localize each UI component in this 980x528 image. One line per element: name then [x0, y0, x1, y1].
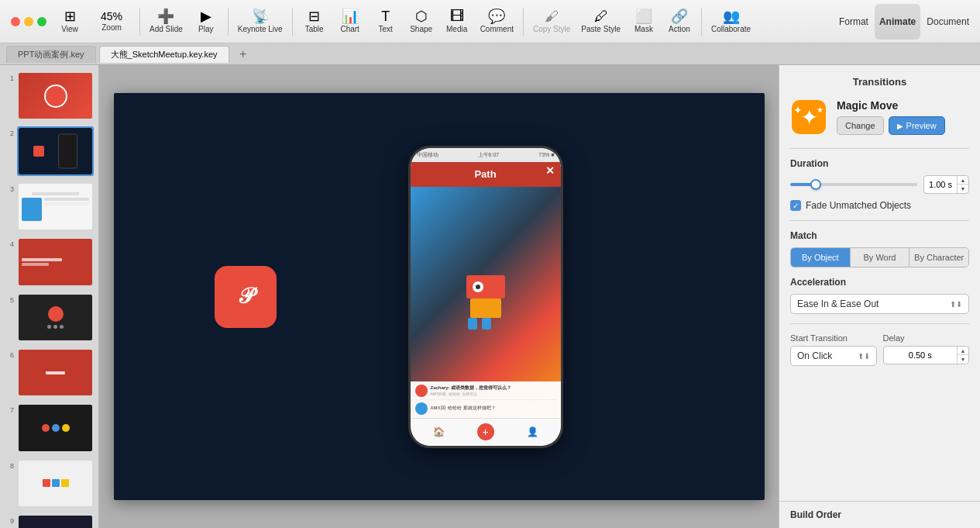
- phone-status: 中国移动 上午6:07 73% ■: [411, 148, 561, 162]
- slide-thumb-1[interactable]: 1: [3, 70, 95, 122]
- shape-label: Shape: [410, 25, 432, 33]
- change-button[interactable]: Change: [837, 116, 884, 135]
- magic-info: Magic Move Change ▶ Preview: [837, 99, 969, 135]
- phone-image-area: Zachary: 成语类数据，您觉得可以么？ AMY回复: 哈哈哈 当然可以 A…: [411, 187, 561, 418]
- play-button[interactable]: ▶ Play: [189, 4, 223, 40]
- add-slide-icon: ➕: [157, 9, 174, 23]
- zoom-button[interactable]: 45% Zoom: [88, 4, 135, 40]
- table-label: Table: [305, 25, 324, 33]
- comment-icon: 💬: [488, 9, 505, 23]
- duration-value: 1.00 s: [924, 180, 957, 189]
- duration-slider[interactable]: [790, 183, 917, 186]
- phone-bottom-nav: 🏠 + 👤: [411, 418, 561, 446]
- close-btn[interactable]: [11, 17, 20, 26]
- collaborate-icon: 👥: [723, 9, 740, 23]
- red-logo: 𝒫: [215, 266, 277, 328]
- minimize-btn[interactable]: [24, 17, 33, 26]
- transitions-title: Transitions: [790, 76, 969, 88]
- shape-icon: ⬡: [415, 9, 428, 23]
- document-button[interactable]: Document: [922, 4, 974, 40]
- start-delay-row: Start Transition On Click ⬆⬇ Delay 0.50 …: [790, 333, 969, 366]
- animate-button[interactable]: Animate: [875, 4, 920, 40]
- acceleration-label: Acceleration: [790, 277, 969, 288]
- magic-buttons: Change ▶ Preview: [837, 116, 969, 135]
- view-button[interactable]: ⊞ View: [53, 4, 87, 40]
- shape-button[interactable]: ⬡ Shape: [404, 4, 438, 40]
- slider-thumb[interactable]: [810, 179, 821, 190]
- slide-thumb-6[interactable]: 6: [3, 347, 95, 399]
- fade-checkbox[interactable]: ✓: [790, 200, 801, 211]
- mask-icon: ⬜: [635, 9, 652, 23]
- maximize-btn[interactable]: [37, 17, 46, 26]
- delay-col: Delay 0.50 s ▲ ▼: [883, 333, 970, 364]
- delay-label: Delay: [883, 333, 970, 343]
- toolbar: ⊞ View 45% Zoom ➕ Add Slide ▶ Play 📡 Key…: [0, 0, 980, 43]
- zoom-label: Zoom: [101, 23, 122, 32]
- copy-style-label: Copy Style: [533, 25, 570, 33]
- start-dropdown-arrow: ⬆⬇: [858, 352, 870, 361]
- chart-icon: 📊: [342, 9, 359, 23]
- start-transition-dropdown[interactable]: On Click ⬆⬇: [790, 346, 877, 366]
- preview-button[interactable]: ▶ Preview: [889, 116, 945, 135]
- format-label: Format: [839, 16, 868, 27]
- chart-button[interactable]: 📊 Chart: [333, 4, 367, 40]
- slide-thumb-8[interactable]: 8: [3, 457, 95, 509]
- acceleration-dropdown[interactable]: Ease In & Ease Out ⬆⬇: [790, 294, 969, 314]
- tabs-bar: PPT动画案例.key 大熊_SketchMeetup.key.key +: [0, 43, 980, 65]
- slide-thumb-7[interactable]: 7: [3, 402, 95, 454]
- paste-style-button[interactable]: 🖊 Paste Style: [576, 4, 625, 40]
- text-button[interactable]: T Text: [369, 4, 403, 40]
- fade-label: Fade Unmatched Objects: [806, 200, 911, 211]
- slide-thumb-2[interactable]: 2: [3, 125, 95, 177]
- comment-button[interactable]: 💬 Comment: [476, 4, 518, 40]
- play-label: Play: [198, 25, 213, 33]
- slide-panel: 1 2 3: [0, 65, 99, 528]
- media-icon: 🎞: [450, 9, 464, 23]
- collaborate-button[interactable]: 👥 Collaborate: [707, 4, 755, 40]
- format-button[interactable]: Format: [834, 4, 873, 40]
- by-word-btn[interactable]: By Word: [851, 248, 910, 267]
- tab-1[interactable]: PPT动画案例.key: [6, 46, 96, 63]
- copy-style-button[interactable]: 🖌 Copy Style: [528, 4, 575, 40]
- divider-3: [790, 323, 969, 324]
- action-label: Action: [669, 25, 690, 33]
- keynote-live-label: Keynote Live: [238, 25, 283, 33]
- slide-thumb-9[interactable]: 9: [3, 512, 95, 528]
- add-slide-button[interactable]: ➕ Add Slide: [145, 4, 187, 40]
- spin-up[interactable]: ▲: [958, 176, 968, 185]
- svg-text:★: ★: [817, 105, 824, 114]
- keynote-live-icon: 📡: [252, 9, 269, 23]
- play-icon: ▶: [201, 9, 211, 23]
- add-tab-button[interactable]: +: [236, 47, 251, 62]
- spin-down[interactable]: ▼: [958, 185, 968, 193]
- slide-thumb-3[interactable]: 3: [3, 181, 95, 233]
- tab-2[interactable]: 大熊_SketchMeetup.key.key: [99, 46, 229, 63]
- dropdown-arrow: ⬆⬇: [950, 300, 962, 309]
- delay-spinbox[interactable]: 0.50 s ▲ ▼: [883, 346, 970, 364]
- mask-button[interactable]: ⬜ Mask: [627, 4, 661, 40]
- text-label: Text: [378, 25, 392, 33]
- duration-spinbox[interactable]: 1.00 s ▲ ▼: [923, 175, 969, 194]
- delay-spin-arrows: ▲ ▼: [957, 347, 968, 364]
- match-buttons: By Object By Word By Character: [790, 247, 969, 267]
- delay-spin-down[interactable]: ▼: [958, 355, 968, 364]
- slide-thumb-4[interactable]: 4: [3, 236, 95, 288]
- by-character-btn[interactable]: By Character: [910, 248, 968, 267]
- os-controls: [6, 17, 51, 26]
- spin-arrows: ▲ ▼: [957, 176, 968, 193]
- view-label: View: [61, 25, 78, 33]
- action-icon: 🔗: [671, 9, 688, 23]
- magic-move-icon: ✦ ✦ ★: [790, 98, 827, 136]
- by-object-btn[interactable]: By Object: [791, 248, 851, 267]
- keynote-live-button[interactable]: 📡 Keynote Live: [233, 4, 287, 40]
- table-button[interactable]: ⊟ Table: [297, 4, 332, 40]
- canvas-area[interactable]: 𝒫 中国移动 上午6:07 73% ■ Path ✕: [99, 65, 779, 528]
- fade-checkbox-row: ✓ Fade Unmatched Objects: [790, 200, 969, 211]
- action-button[interactable]: 🔗 Action: [662, 4, 696, 40]
- media-button[interactable]: 🎞 Media: [440, 4, 474, 40]
- delay-spin-up[interactable]: ▲: [958, 347, 968, 355]
- inspector-panel: Transitions ✦ ✦ ★ Magic Move Change: [779, 65, 980, 528]
- sep5: [701, 8, 702, 36]
- media-label: Media: [446, 25, 467, 33]
- slide-thumb-5[interactable]: 5: [3, 292, 95, 343]
